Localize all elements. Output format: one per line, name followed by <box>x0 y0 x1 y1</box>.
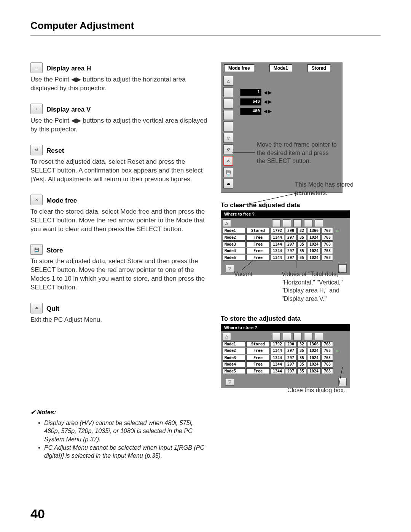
col-icon <box>315 333 323 340</box>
osd-quit-icon[interactable]: ⏏ <box>223 179 233 189</box>
cell-disph: 1024 <box>307 248 321 254</box>
osd-up-icon[interactable]: △ <box>223 76 233 86</box>
page-title: Computer Adjustment <box>30 19 381 36</box>
cell-dispv: 768 <box>322 361 333 367</box>
cell-horizontal: 290 <box>285 341 296 347</box>
table-row[interactable]: Mode4Free1344297351024768 <box>223 248 348 254</box>
table-clear-rows: Mode1Stored1792290321366768←Mode2Free134… <box>221 228 350 263</box>
cell-vertical: 35 <box>297 355 306 361</box>
cell-disph: 1024 <box>307 235 321 241</box>
cell-totaldots: 1344 <box>271 361 284 367</box>
right-column: Mode free Mode1 Stored △ ▽ ↺ ✕ 💾 <box>221 62 381 460</box>
cell-disph: 1024 <box>307 348 321 354</box>
cell-mode: Mode3 <box>223 241 245 248</box>
cell-horizontal: 297 <box>285 255 296 261</box>
col-icon <box>272 219 280 227</box>
cell-vertical: 35 <box>297 348 306 354</box>
item-store: 💾 Store To store the adjusted data, sele… <box>30 244 209 292</box>
table-row[interactable]: Mode2Free1344297351024768← <box>223 348 348 354</box>
cell-mode: Mode1 <box>223 341 245 347</box>
osd-callout-text: Move the red frame pointer to the desire… <box>257 141 337 165</box>
left-right-icon[interactable]: ◀ ▶ <box>264 108 272 114</box>
notes-2: PC Adjust Menu cannot be selected when I… <box>30 444 209 460</box>
modefree-title: Mode free <box>46 197 77 205</box>
cell-mode: Mode1 <box>223 228 245 234</box>
close-dialog-label: Close this dialog box. <box>287 386 345 395</box>
quit-body: Exit the PC Adjust Menu. <box>30 316 209 324</box>
display-h-icon: ↔ <box>30 62 43 73</box>
table-row[interactable]: Mode5Free1344297351024768 <box>223 368 348 374</box>
display-h-title: Display area H <box>46 64 91 73</box>
osd-dispv-icon[interactable] <box>223 121 233 131</box>
cell-disph: 1024 <box>307 255 321 261</box>
cell-status: Free <box>246 248 270 254</box>
callout-line-icon <box>296 253 296 268</box>
row-pointer-icon: ← <box>334 348 341 354</box>
osd-status-mode: Mode1 <box>269 64 292 72</box>
osd-val-2: 640 <box>240 98 261 105</box>
left-right-icon[interactable]: ◀ ▶ <box>264 99 272 105</box>
osd-store-icon[interactable]: 💾 <box>223 167 233 177</box>
cell-disph: 1024 <box>307 368 321 374</box>
item-quit: ⏏ Quit Exit the PC Adjust Menu. <box>30 303 209 324</box>
display-v-body: Use the Point ◀▶ buttons to adjust the v… <box>30 117 209 134</box>
cell-status: Stored <box>246 228 270 234</box>
osd-status-stored: Stored <box>307 64 330 72</box>
row-pointer-icon <box>334 341 341 347</box>
cell-totaldots: 1344 <box>271 241 284 248</box>
table-down-icon[interactable]: ▽ <box>226 265 234 272</box>
cell-totaldots: 1344 <box>271 355 284 361</box>
table-row[interactable]: Mode1Stored1792290321366768← <box>223 228 348 234</box>
cell-horizontal: 290 <box>285 228 296 234</box>
cell-vertical: 35 <box>297 248 306 254</box>
quit-icon: ⏏ <box>30 303 43 313</box>
table-store-header: Where to store ? <box>221 324 350 331</box>
cell-vertical: 35 <box>297 361 306 367</box>
osd-hv-icon[interactable] <box>223 87 233 97</box>
cell-dispv: 768 <box>322 255 333 261</box>
table-down-icon[interactable]: ▽ <box>226 378 234 386</box>
table-row[interactable]: Mode3Free1344297351024768 <box>223 241 348 248</box>
osd-val-1: 1 <box>240 89 261 96</box>
item-modefree: ✕ Mode free To clear the stored data, se… <box>30 195 209 234</box>
table-clear-header: Where to free ? <box>221 211 350 218</box>
cell-horizontal: 297 <box>285 248 296 254</box>
cell-mode: Mode4 <box>223 248 245 254</box>
cell-status: Free <box>246 348 270 354</box>
table-row[interactable]: Mode4Free1344297351024768 <box>223 361 348 367</box>
page-number: 40 <box>30 505 45 523</box>
cell-mode: Mode4 <box>223 361 245 367</box>
osd-disph-icon[interactable] <box>223 110 233 120</box>
cell-vertical: 35 <box>297 241 306 248</box>
display-v-title: Display area V <box>46 105 91 114</box>
osd-down-icon[interactable]: ▽ <box>223 133 233 143</box>
table-store-rows: Mode1Stored1792290321366768Mode2Free1344… <box>221 341 350 376</box>
left-right-icon[interactable]: ◀ ▶ <box>264 89 272 96</box>
cell-dispv: 768 <box>322 248 333 254</box>
table-up-icon[interactable]: △ <box>223 333 231 340</box>
display-v-icon: ↕ <box>30 104 43 114</box>
cell-horizontal: 297 <box>285 348 296 354</box>
cell-dispv: 768 <box>322 341 333 347</box>
table-up-icon[interactable]: △ <box>223 219 231 227</box>
callout-line-icon <box>242 260 253 270</box>
store-body: To store the adjusted data, select Store… <box>30 257 209 292</box>
cell-dispv: 768 <box>322 368 333 374</box>
col-icon <box>293 219 302 227</box>
table-row[interactable]: Mode1Stored1792290321366768 <box>223 341 348 347</box>
cell-totaldots: 1792 <box>271 228 284 234</box>
cell-status: Free <box>246 235 270 241</box>
table-store-panel: Where to store ? △ Mode1Stored1792290321… <box>221 324 350 388</box>
osd-reset-icon[interactable]: ↺ <box>223 144 233 154</box>
osd-modefree-icon[interactable]: ✕ <box>223 156 233 166</box>
row-pointer-icon <box>334 255 341 261</box>
table-row[interactable]: Mode2Free1344297351024768 <box>223 235 348 241</box>
cell-vertical: 35 <box>297 368 306 374</box>
col-icon <box>283 219 291 227</box>
item-display-v: ↕ Display area V Use the Point ◀▶ button… <box>30 104 209 134</box>
section-store-label: To store the adjusted data <box>221 315 301 323</box>
osd-total-icon[interactable] <box>223 99 233 109</box>
cell-status: Stored <box>246 341 270 347</box>
table-row[interactable]: Mode5Free1344297351024768 <box>223 255 348 261</box>
table-row[interactable]: Mode3Free1344297351024768 <box>223 355 348 361</box>
